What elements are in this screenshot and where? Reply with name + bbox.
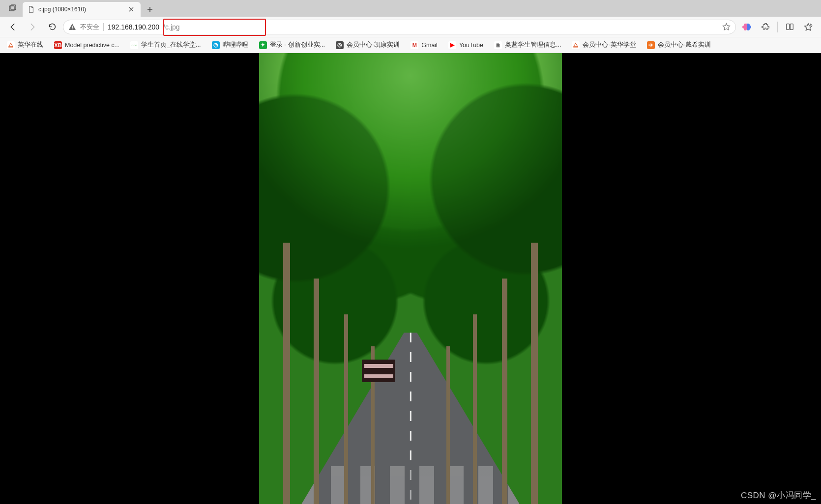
bookmark-item[interactable]: ➔会员中心-戴希实训	[645, 39, 713, 51]
brain-icon[interactable]	[738, 19, 756, 35]
security-label: 不安全	[80, 23, 99, 31]
bookmark-label: 会员中心-戴希实训	[658, 41, 711, 49]
bookmark-item[interactable]: ⧋英华在线	[5, 39, 45, 51]
bookmark-label: Model predictive c...	[65, 42, 119, 49]
watermark-text: CSDN @小冯同学_	[741, 490, 816, 501]
bookmark-item[interactable]: ◎会员中心-凯康实训	[334, 39, 402, 51]
addressbar-divider	[103, 23, 104, 31]
bookmark-label: 学生首页_在线学堂...	[141, 41, 201, 49]
favicon: ◦◦◦	[130, 41, 138, 49]
bookmarks-bar: ⧋英华在线XBModel predictive c...◦◦◦学生首页_在线学堂…	[0, 37, 821, 53]
favicon: ➔	[647, 41, 655, 49]
favicon: 🗎	[494, 41, 502, 49]
bookmark-item[interactable]: ◦◦◦学生首页_在线学堂...	[128, 39, 203, 51]
svg-rect-2	[72, 26, 73, 28]
bookmark-label: 会员中心-英华学堂	[583, 41, 636, 49]
url-path: /c.jpg	[163, 23, 179, 31]
address-bar[interactable]: 不安全 192.168.190.200/c.jpg	[63, 20, 736, 34]
svg-rect-5	[790, 24, 793, 30]
favicon: ⧋	[572, 41, 580, 49]
split-screen-button[interactable]	[781, 19, 798, 35]
bookmark-item[interactable]: ◔哔哩哔哩	[210, 39, 250, 51]
favicon: XB	[54, 41, 62, 49]
tab-title: c.jpg (1080×1610)	[38, 6, 123, 13]
close-tab-button[interactable]	[127, 5, 136, 14]
url-host: 192.168.190.200	[108, 23, 159, 31]
page-icon	[28, 6, 34, 13]
bookmark-item[interactable]: 🗎奥蓝学生管理信息...	[492, 39, 563, 51]
bookmark-label: 哔哩哔哩	[223, 41, 248, 49]
not-secure-icon	[68, 23, 76, 31]
bookmark-item[interactable]: ⧋会员中心-英华学堂	[570, 39, 638, 51]
bookmark-item[interactable]: ✦登录 - 创新创业实...	[257, 39, 327, 51]
svg-rect-3	[72, 28, 73, 29]
favicon: ◔	[212, 41, 220, 49]
toolbar-right	[738, 19, 817, 35]
bookmark-label: Gmail	[421, 42, 438, 49]
bookmark-label: 会员中心-凯康实训	[347, 41, 400, 49]
extensions-button[interactable]	[757, 19, 774, 35]
browser-tab[interactable]: c.jpg (1080×1610)	[23, 2, 141, 17]
back-button[interactable]	[4, 19, 22, 35]
forward-button[interactable]	[24, 19, 41, 35]
tab-actions-button[interactable]	[2, 0, 23, 17]
bookmark-item[interactable]: ▶YouTube	[446, 40, 485, 51]
image-viewer[interactable]: CSDN @小冯同学_	[0, 53, 821, 504]
bookmark-label: 登录 - 创新创业实...	[270, 41, 325, 49]
tab-strip: c.jpg (1080×1610)	[0, 0, 821, 17]
favorites-hub-button[interactable]	[799, 19, 817, 35]
bookmark-label: 奥蓝学生管理信息...	[505, 41, 561, 49]
favicon: ◎	[336, 41, 344, 49]
bookmark-item[interactable]: MGmail	[409, 40, 440, 51]
favicon: ▶	[448, 41, 456, 49]
refresh-button[interactable]	[43, 19, 61, 35]
svg-rect-4	[786, 24, 789, 30]
toolbar-separator	[777, 22, 778, 32]
new-tab-button[interactable]	[143, 2, 157, 17]
displayed-image	[259, 53, 562, 504]
favicon: ⧋	[7, 41, 15, 49]
favicon: ✦	[259, 41, 267, 49]
toolbar: 不安全 192.168.190.200/c.jpg	[0, 17, 821, 37]
bookmark-label: 英华在线	[18, 41, 43, 49]
bookmark-label: YouTube	[459, 42, 483, 49]
favorite-button[interactable]	[722, 23, 731, 31]
bookmark-item[interactable]: XBModel predictive c...	[52, 40, 121, 51]
favicon: M	[410, 41, 418, 49]
